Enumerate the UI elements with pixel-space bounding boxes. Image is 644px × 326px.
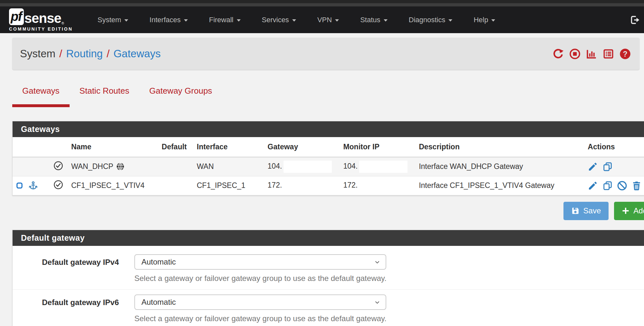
breadcrumb-link-routing[interactable]: Routing xyxy=(66,48,103,60)
globe-icon xyxy=(116,162,125,171)
logo-sense-text: sense xyxy=(24,12,61,25)
square-outline-icon xyxy=(16,182,23,189)
form-row-ipv4: Default gateway IPv4 Automatic Select a … xyxy=(13,246,644,289)
window-top-strip xyxy=(0,0,644,3)
chevron-down-icon xyxy=(374,299,380,306)
log-icon[interactable] xyxy=(602,48,614,60)
save-button[interactable]: Save xyxy=(563,202,609,220)
tab-gateway-groups[interactable]: Gateway Groups xyxy=(139,86,222,107)
monitor-ip-cell: 104. xyxy=(340,157,416,176)
caret-down-icon xyxy=(448,19,452,22)
default-gateway-panel-title: Default gateway xyxy=(13,230,644,246)
nav-item-system[interactable]: System xyxy=(87,16,139,24)
gateway-description-cell: Interface WAN_DHCP Gateway xyxy=(416,157,584,176)
gateway-address-cell: 104. xyxy=(264,157,340,176)
breadcrumb-section: System xyxy=(20,48,55,60)
monitor-ip: 104. xyxy=(343,162,358,170)
add-button[interactable]: Add xyxy=(614,202,644,220)
svg-text:?: ? xyxy=(623,50,627,58)
monitor-ip-cell: 172. xyxy=(340,176,416,195)
caret-down-icon xyxy=(237,19,241,22)
gateways-panel: Gateways Name Default Interface Gateway … xyxy=(12,121,644,196)
gateway-name: WAN_DHCP xyxy=(71,162,113,171)
gateway-name-cell: WAN_DHCP xyxy=(68,157,155,176)
nav-item-services[interactable]: Services xyxy=(251,16,307,24)
gateway-default-cell xyxy=(155,157,194,176)
default-gateway-ipv4-label: Default gateway IPv4 xyxy=(13,254,119,283)
default-gateway-ipv6-select[interactable]: Automatic xyxy=(134,294,386,310)
caret-down-icon xyxy=(384,19,388,22)
nav-item-help[interactable]: Help xyxy=(463,16,506,24)
chart-bar-icon[interactable] xyxy=(586,48,598,60)
nav-item-firewall[interactable]: Firewall xyxy=(198,16,251,24)
nav-item-diagnostics[interactable]: Diagnostics xyxy=(398,16,463,24)
nav-item-label: Interfaces xyxy=(149,16,181,24)
pfsense-logo[interactable]: pf sense ® COMMUNITY EDITION xyxy=(9,8,73,32)
caret-down-icon xyxy=(491,19,495,22)
column-name: Name xyxy=(68,137,155,157)
form-control: Automatic Select a gateway or failover g… xyxy=(134,254,387,283)
trash-icon[interactable] xyxy=(631,181,642,191)
refresh-icon[interactable] xyxy=(552,48,564,60)
column-spacer xyxy=(13,137,49,157)
save-floppy-icon xyxy=(571,207,580,215)
nav-item-label: System xyxy=(98,16,121,24)
redacted-value xyxy=(359,180,408,192)
caret-down-icon xyxy=(335,19,339,22)
column-actions: Actions xyxy=(584,137,644,157)
caret-down-icon xyxy=(184,19,188,22)
add-button-label: Add xyxy=(633,206,644,215)
breadcrumb-separator: / xyxy=(59,48,62,60)
nav-item-label: VPN xyxy=(317,16,332,24)
check-circle-icon xyxy=(53,180,63,190)
breadcrumb: System / Routing / Gateways xyxy=(20,48,161,60)
tab-static-routes[interactable]: Static Routes xyxy=(70,86,139,107)
ipv4-help-text: Select a gateway or failover gateway gro… xyxy=(134,274,387,283)
navbar-menu: System Interfaces Firewall Services VPN … xyxy=(87,16,506,24)
top-navbar: pf sense ® COMMUNITY EDITION System Inte… xyxy=(0,6,644,33)
form-control: Automatic Select a gateway or failover g… xyxy=(134,294,387,323)
sign-out-icon[interactable] xyxy=(630,15,641,25)
form-row-ipv6: Default gateway IPv6 Automatic Select a … xyxy=(13,289,644,326)
stop-icon[interactable] xyxy=(569,48,581,60)
row-left-icons-cell xyxy=(13,176,49,195)
plus-icon xyxy=(622,207,630,215)
gateway-actions-cell xyxy=(584,176,644,195)
table-row-cf1-ipsec: CF1_IPSEC_1_VTIV4 CF1_IPSEC_1 172. 172. … xyxy=(13,176,644,195)
nav-item-label: Status xyxy=(360,16,380,24)
gateway-address: 172. xyxy=(268,181,282,189)
breadcrumb-link-gateways[interactable]: Gateways xyxy=(113,48,161,60)
nav-item-label: Firewall xyxy=(209,16,234,24)
tab-gateways[interactable]: Gateways xyxy=(12,86,70,107)
gateways-panel-title: Gateways xyxy=(13,121,644,137)
nav-item-label: Diagnostics xyxy=(409,16,446,24)
monitor-ip: 172. xyxy=(343,181,358,189)
pfsense-logo-text: pf sense ® xyxy=(9,8,73,25)
gateway-name-cell: CF1_IPSEC_1_VTIV4 xyxy=(68,176,155,195)
default-gateway-ipv4-select[interactable]: Automatic xyxy=(134,254,386,270)
nav-item-status[interactable]: Status xyxy=(350,16,398,24)
edit-pencil-icon[interactable] xyxy=(588,181,598,191)
edit-pencil-icon[interactable] xyxy=(588,162,598,172)
select-value: Automatic xyxy=(141,298,176,307)
help-icon[interactable]: ? xyxy=(619,48,631,60)
nav-item-vpn[interactable]: VPN xyxy=(307,16,350,24)
redacted-value xyxy=(284,161,332,173)
gateway-status-cell xyxy=(49,176,68,195)
gateway-name: CF1_IPSEC_1_VTIV4 xyxy=(71,181,145,190)
gateway-status-cell xyxy=(49,157,68,176)
copy-icon[interactable] xyxy=(602,181,613,191)
default-gateway-panel: Default gateway Default gateway IPv4 Aut… xyxy=(12,230,644,326)
nav-item-interfaces[interactable]: Interfaces xyxy=(139,16,198,24)
nav-item-label: Services xyxy=(262,16,289,24)
redacted-value xyxy=(359,161,408,173)
ipv6-help-text: Select a gateway or failover gateway gro… xyxy=(134,314,387,323)
copy-icon[interactable] xyxy=(602,162,613,172)
gateway-address-cell: 172. xyxy=(264,176,340,195)
ban-icon[interactable] xyxy=(617,181,627,191)
default-gateway-ipv6-label: Default gateway IPv6 xyxy=(13,294,119,323)
logo-pf-badge: pf xyxy=(9,8,24,25)
table-row-wan-dhcp: WAN_DHCP WAN 104. 104. Interface WAN_DHC… xyxy=(13,157,644,176)
select-value: Automatic xyxy=(141,257,176,266)
redacted-value xyxy=(284,180,332,192)
